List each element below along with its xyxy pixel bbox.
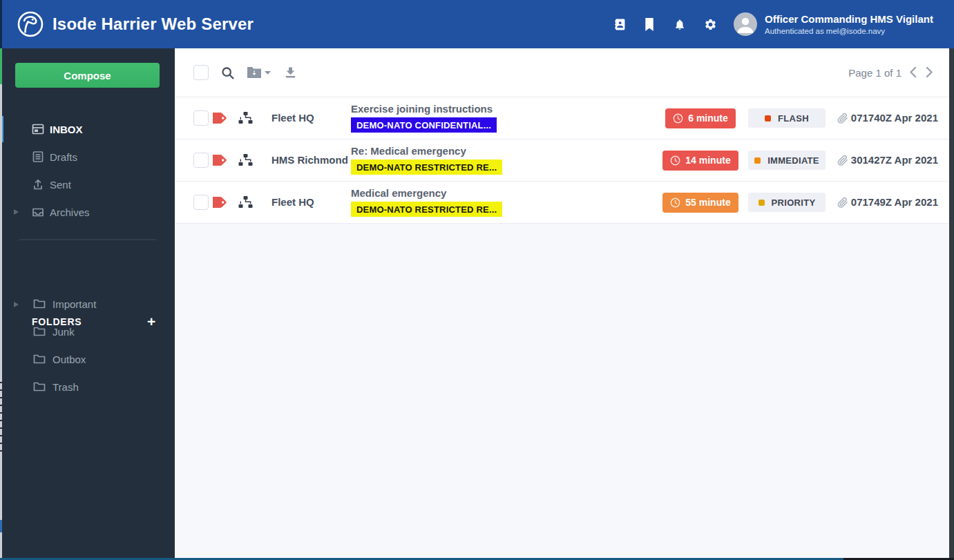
clock-icon	[670, 155, 680, 166]
sidebar-item-archives[interactable]: Archives	[0, 198, 175, 226]
email-subject: Exercise joining instructions	[351, 102, 497, 115]
archives-icon	[32, 206, 44, 218]
window-right-edge	[949, 48, 954, 558]
folder-icon	[33, 298, 46, 310]
window-left-edge-green	[0, 48, 2, 84]
sidebar-item-label: Important	[53, 298, 96, 310]
expand-arrow-icon[interactable]	[13, 298, 19, 310]
sidebar-item-label: Outbox	[53, 354, 86, 365]
contacts-icon[interactable]	[612, 17, 626, 31]
sidebar-item-sent[interactable]: Sent	[0, 171, 175, 198]
flag-icon[interactable]	[211, 153, 229, 170]
classification-label: DEMO-NATO RESTRICTED RE...	[351, 160, 502, 175]
row-checkbox[interactable]	[193, 195, 209, 210]
mailbox-nav: INBOX Drafts	[0, 115, 175, 226]
chevron-down-icon	[264, 70, 271, 75]
row-checkbox[interactable]	[193, 110, 209, 126]
app-header: Isode Harrier Web Server	[0, 0, 954, 48]
user-auth-status: Authenticated as mel@isode.navy	[765, 27, 933, 35]
email-sender: Fleet HQ	[271, 182, 314, 223]
select-all-checkbox[interactable]	[193, 65, 209, 80]
row-checkbox[interactable]	[193, 153, 209, 168]
window-left-edge	[0, 0, 2, 48]
avatar	[734, 12, 757, 36]
folder-icon	[33, 353, 46, 365]
window-left-edge-gray	[0, 84, 2, 558]
email-date: 071740Z Apr 2021	[851, 97, 938, 139]
email-subject: Re: Medical emergency	[351, 144, 502, 157]
expand-arrow-icon[interactable]	[13, 209, 20, 215]
notifications-icon[interactable]	[673, 17, 687, 31]
move-to-folder-icon[interactable]	[247, 66, 271, 79]
inbox-icon	[32, 123, 44, 135]
list-toolbar: Page 1 of 1	[175, 48, 954, 97]
import-icon[interactable]	[283, 66, 298, 79]
distribution-list-icon	[238, 154, 253, 169]
folder-icon	[33, 325, 46, 338]
age-badge: 14 minute	[662, 151, 738, 171]
precedence-badge: PRIORITY	[748, 193, 826, 212]
distribution-list-icon	[238, 196, 253, 211]
distribution-list-icon	[238, 112, 253, 127]
app: Isode Harrier Web Server	[0, 0, 954, 560]
precedence-badge: IMMEDIATE	[748, 151, 826, 170]
harrier-logo-icon	[17, 10, 44, 38]
sidebar-item-inbox[interactable]: INBOX	[0, 115, 175, 143]
app-title: Isode Harrier Web Server	[53, 15, 254, 34]
settings-icon[interactable]	[703, 17, 717, 31]
user-menu[interactable]: Officer Commanding HMS Vigilant Authenti…	[734, 0, 933, 48]
clock-icon	[670, 197, 680, 208]
bookmark-icon[interactable]	[642, 17, 656, 31]
folder-icon	[33, 380, 46, 393]
precedence-dot	[765, 115, 771, 122]
clock-icon	[673, 113, 683, 124]
flag-icon[interactable]	[211, 195, 229, 212]
sidebar-item-label: Drafts	[50, 151, 77, 163]
sidebar: Compose INBOX	[0, 48, 175, 560]
age-badge: 55 minute	[662, 193, 738, 213]
email-date: 301427Z Apr 2021	[851, 139, 938, 181]
sidebar-item-label: Sent	[50, 179, 71, 191]
attachment-icon	[837, 196, 848, 212]
email-sender: HMS Richmond	[271, 139, 348, 181]
sidebar-item-trash[interactable]: Trash	[0, 373, 175, 400]
mail-panel: Page 1 of 1	[175, 48, 954, 560]
classification-label: DEMO-NATO RESTRICTED RE...	[351, 202, 502, 217]
prev-page-button[interactable]	[908, 66, 918, 79]
email-subject: Medical emergency	[351, 186, 502, 200]
user-name: Officer Commanding HMS Vigilant	[765, 13, 933, 26]
pagination: Page 1 of 1	[848, 48, 935, 97]
email-row[interactable]: Fleet HQ Exercise joining instructions D…	[175, 97, 954, 139]
sidebar-item-junk[interactable]: Junk	[0, 318, 175, 345]
email-row[interactable]: HMS Richmond Re: Medical emergency DEMO-…	[175, 139, 954, 182]
header-actions	[612, 0, 717, 48]
sidebar-item-label: Junk	[53, 326, 75, 338]
flag-icon[interactable]	[211, 111, 229, 128]
search-icon[interactable]	[220, 66, 235, 80]
attachment-icon	[837, 112, 848, 128]
email-date: 071749Z Apr 2021	[851, 182, 938, 223]
folders-nav: Important Junk Outbox	[0, 290, 175, 400]
compose-button[interactable]: Compose	[15, 63, 160, 88]
sidebar-item-outbox[interactable]: Outbox	[0, 345, 175, 373]
sidebar-item-drafts[interactable]: Drafts	[0, 143, 175, 171]
sidebar-item-label: Trash	[53, 381, 79, 393]
precedence-badge: FLASH	[748, 108, 826, 128]
sidebar-item-label: Archives	[50, 206, 90, 218]
email-sender: Fleet HQ	[271, 97, 314, 139]
page-indicator: Page 1 of 1	[848, 67, 901, 79]
age-badge: 6 minute	[665, 108, 736, 128]
sidebar-item-important[interactable]: Important	[0, 290, 175, 318]
email-row[interactable]: Fleet HQ Medical emergency DEMO-NATO RES…	[175, 182, 954, 224]
precedence-dot	[754, 157, 761, 164]
drafts-icon	[32, 151, 44, 163]
next-page-button[interactable]	[924, 66, 935, 79]
sidebar-item-label: INBOX	[50, 124, 83, 135]
sidebar-divider	[19, 239, 156, 240]
attachment-icon	[837, 154, 848, 170]
precedence-dot	[759, 200, 765, 206]
sent-icon	[32, 178, 44, 191]
classification-label: DEMO-NATO CONFIDENTIAL...	[351, 117, 497, 133]
